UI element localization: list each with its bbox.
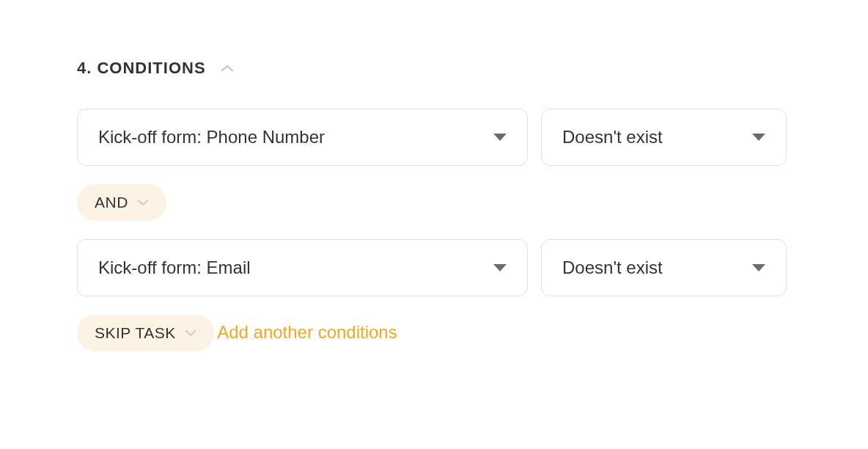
condition-field-select-2[interactable]: Kick-off form: Email — [77, 239, 528, 296]
caret-down-icon — [752, 134, 765, 141]
action-pill-label: SKIP TASK — [95, 324, 176, 342]
condition-field-value: Kick-off form: Email — [98, 258, 251, 278]
condition-operator-select-2[interactable]: Doesn't exist — [541, 239, 787, 296]
condition-field-select-1[interactable]: Kick-off form: Phone Number — [77, 109, 528, 166]
add-condition-link[interactable]: Add another conditions — [217, 322, 397, 343]
logic-operator-label: AND — [95, 194, 128, 211]
caret-down-icon — [493, 264, 507, 271]
collapse-toggle[interactable] — [221, 64, 234, 73]
caret-down-icon — [493, 134, 507, 141]
action-pill[interactable]: SKIP TASK — [77, 315, 214, 351]
section-header: 4. CONDITIONS — [77, 59, 791, 78]
logic-operator-pill[interactable]: AND — [77, 184, 166, 221]
condition-row-1: Kick-off form: Phone Number Doesn't exis… — [77, 109, 791, 166]
chevron-down-icon — [137, 199, 149, 206]
chevron-up-icon — [221, 64, 234, 73]
condition-operator-value: Doesn't exist — [562, 127, 663, 147]
condition-row-2: Kick-off form: Email Doesn't exist — [77, 239, 791, 296]
section-number: 4. — [77, 59, 92, 77]
condition-operator-select-1[interactable]: Doesn't exist — [541, 109, 787, 166]
section-title-text: CONDITIONS — [97, 59, 205, 77]
chevron-down-icon — [185, 329, 196, 337]
condition-operator-value: Doesn't exist — [562, 258, 663, 278]
caret-down-icon — [752, 264, 765, 271]
condition-field-value: Kick-off form: Phone Number — [98, 127, 325, 147]
section-title: 4. CONDITIONS — [77, 59, 206, 78]
